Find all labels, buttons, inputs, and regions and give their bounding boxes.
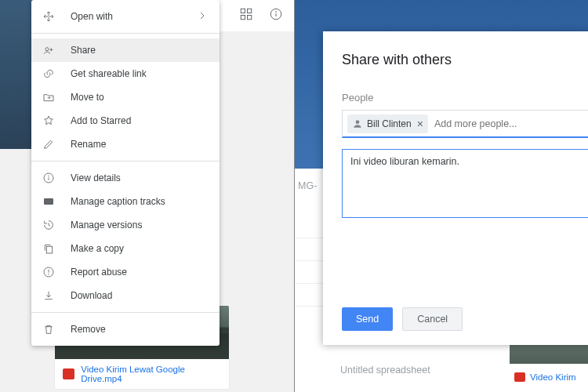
menu-label: Share: [71, 45, 96, 56]
cc-icon: CC: [42, 195, 61, 208]
history-icon: [42, 219, 61, 231]
menu-label: Manage caption tracks: [71, 196, 165, 207]
download-icon: [42, 289, 61, 302]
svg-point-18: [49, 274, 49, 274]
menu-label: Get shareable link: [71, 68, 147, 79]
svg-point-6: [276, 12, 277, 13]
menu-report[interactable]: Report abuse: [31, 260, 220, 284]
people-input-row[interactable]: Bill Clinten ×: [342, 110, 588, 138]
menu-add-star[interactable]: Add to Starred: [31, 109, 220, 132]
folder-move-icon: [42, 91, 61, 103]
svg-text:CC: CC: [46, 200, 52, 204]
add-people-input[interactable]: [434, 118, 588, 129]
menu-label: Make a copy: [71, 243, 124, 254]
view-toolbar: [216, 0, 294, 31]
ghost-file-label: MG-: [298, 180, 317, 191]
menu-move-to[interactable]: Move to: [31, 85, 220, 109]
menu-label: Rename: [71, 139, 106, 150]
menu-label: Report abuse: [71, 267, 127, 278]
svg-rect-15: [46, 246, 52, 253]
trash-icon: [42, 323, 61, 336]
menu-rename[interactable]: Rename: [31, 132, 220, 156]
person-icon: [352, 118, 363, 129]
ghost-video-label: Video Kirim: [530, 372, 576, 382]
info-icon: [42, 172, 61, 184]
dialog-title: Share with others: [342, 52, 588, 68]
ghost-video-caption: Video Kirim: [510, 364, 588, 390]
svg-rect-2: [241, 16, 245, 20]
menu-share[interactable]: Share: [31, 38, 220, 62]
copy-icon: [42, 242, 61, 255]
svg-point-7: [45, 48, 49, 51]
menu-get-link[interactable]: Get shareable link: [31, 62, 220, 85]
svg-rect-1: [248, 9, 252, 13]
menu-captions[interactable]: CC Manage caption tracks: [31, 190, 220, 213]
menu-versions[interactable]: Manage versions: [31, 213, 220, 237]
svg-rect-3: [248, 16, 252, 20]
chip-remove-icon[interactable]: ×: [417, 118, 423, 130]
menu-label: Move to: [71, 92, 104, 103]
chevron-right-icon: [196, 9, 209, 24]
star-icon: [42, 114, 61, 127]
grid-view-icon[interactable]: [239, 7, 253, 24]
chip-name: Bill Clinten: [367, 118, 412, 129]
svg-point-19: [356, 120, 360, 124]
context-menu: Open with Share Get shareable link Move …: [31, 0, 220, 346]
menu-download[interactable]: Download: [31, 284, 220, 307]
share-dialog: Share with others People Bill Clinten × …: [323, 31, 588, 345]
send-button[interactable]: Send: [342, 307, 393, 331]
video-file-icon: [514, 372, 525, 382]
people-label: People: [342, 92, 588, 103]
pencil-icon: [42, 138, 61, 151]
svg-rect-0: [241, 9, 245, 13]
link-icon: [42, 67, 61, 80]
person-chip[interactable]: Bill Clinten ×: [347, 114, 428, 133]
info-icon[interactable]: [269, 7, 283, 24]
menu-label: Remove: [71, 324, 106, 335]
menu-open-with[interactable]: Open with: [31, 5, 220, 28]
menu-make-copy[interactable]: Make a copy: [31, 237, 220, 260]
message-textarea[interactable]: [342, 149, 588, 218]
report-icon: [42, 266, 61, 278]
menu-label: Add to Starred: [71, 115, 131, 126]
menu-label: Download: [71, 290, 112, 301]
menu-remove[interactable]: Remove: [31, 318, 220, 341]
open-with-icon: [42, 10, 61, 23]
menu-label: Manage versions: [71, 220, 142, 230]
menu-label: View details: [71, 172, 121, 183]
cancel-button[interactable]: Cancel: [402, 307, 463, 331]
ghost-sheet-label: Untitled spreadsheet: [340, 365, 430, 376]
file-name: Video Kirim Lewat Google Drive.mp4: [81, 365, 221, 383]
menu-label: Open with: [71, 11, 113, 22]
share-icon: [42, 44, 61, 56]
menu-view-details[interactable]: View details: [31, 166, 220, 190]
svg-point-12: [49, 176, 49, 176]
video-file-icon: [63, 368, 74, 379]
